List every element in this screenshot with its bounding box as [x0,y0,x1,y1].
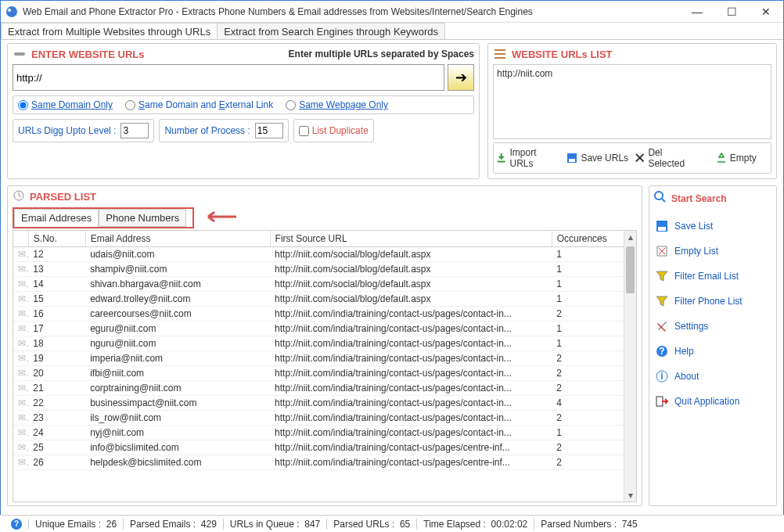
save-urls-button[interactable]: Save URLs [565,145,631,171]
cell-email: eguru@niit.com [85,322,270,336]
envelope-icon: ✉ [13,426,28,440]
svg-point-10 [655,192,663,200]
table-row[interactable]: ✉26helpdesk@bicslimited.comhttp://niit.c… [13,455,636,470]
envelope-icon: ✉ [13,455,28,470]
digg-label: URLs Digg Upto Level : [18,125,116,136]
go-button[interactable]: ➔ [448,64,474,91]
table-row[interactable]: ✉12udais@niit.comhttp://niit.com/social/… [13,247,636,262]
table-row[interactable]: ✉19imperia@niit.comhttp://niit.com/india… [13,351,636,366]
table-row[interactable]: ✉25info@bicslimited.comhttp://niit.com/i… [13,440,636,455]
list-icon [493,47,507,61]
envelope-icon: ✉ [13,336,28,351]
scroll-down-icon[interactable]: ▾ [624,489,636,501]
empty-icon [656,245,668,257]
list-duplicate-checkbox[interactable] [299,126,309,136]
maximize-button[interactable]: ☐ [714,1,749,22]
help-button[interactable]: ?Help [654,339,771,364]
settings-button[interactable]: Settings [654,314,771,339]
digg-level-input[interactable] [120,123,149,138]
results-table-wrap: S.No. Email Address First Source URL Occ… [13,230,637,502]
filter-icon [656,270,668,282]
exit-icon [656,395,668,408]
cell-sno: 13 [28,262,85,277]
radio-same-webpage[interactable]: Same Webpage Only [286,99,388,110]
about-button[interactable]: iAbout [654,364,771,389]
cell-sno: 25 [28,440,85,455]
col-sno[interactable]: S.No. [28,231,85,247]
cell-url: http://niit.com/india/training/contact-u… [270,322,552,336]
svg-rect-2 [14,52,25,56]
col-email[interactable]: Email Address [85,231,270,247]
empty-button[interactable]: Empty [703,145,770,171]
tab-email-addresses[interactable]: Email Addreses [14,209,99,227]
delete-icon [635,153,645,164]
minimize-button[interactable]: — [680,1,714,22]
scroll-thumb[interactable] [626,246,635,293]
svg-rect-18 [656,397,663,406]
table-row[interactable]: ✉21corptraining@niit.comhttp://niit.com/… [13,381,636,396]
cell-url: http://niit.com/india/training/contact-u… [270,336,552,351]
envelope-icon: ✉ [13,366,28,381]
help-status-icon[interactable]: ? [11,519,22,530]
tab-extract-keywords[interactable]: Extract from Search Engines through Keyw… [217,23,445,39]
envelope-icon: ✉ [13,351,28,366]
cell-url: http://niit.com/social/blog/default.aspx [270,262,552,277]
scrollbar[interactable]: ▴ ▾ [624,231,636,501]
tab-extract-urls[interactable]: Extract from Multiple Websites through U… [1,23,218,39]
table-row[interactable]: ✉18nguru@niit.comhttp://niit.com/india/t… [13,336,636,351]
svg-point-1 [8,9,11,12]
cell-sno: 18 [28,336,85,351]
status-elapsed-label: Time Elapsed : [423,519,486,530]
scroll-up-icon[interactable]: ▴ [624,231,636,243]
search-icon [654,191,667,206]
start-search-button[interactable]: Start Search [654,191,771,206]
table-row[interactable]: ✉15edward.trolley@niit.comhttp://niit.co… [13,292,636,307]
radio-same-external[interactable]: Same Domain and External Link [125,99,273,110]
save-list-button[interactable]: Save List [654,214,771,239]
envelope-icon: ✉ [13,411,28,426]
envelope-icon: ✉ [13,307,28,322]
cell-url: http://niit.com/india/training/contact-u… [270,366,552,381]
table-row[interactable]: ✉17eguru@niit.comhttp://niit.com/india/t… [13,322,636,336]
list-item[interactable]: http://niit.com [497,68,768,79]
table-row[interactable]: ✉13shampiv@niit.comhttp://niit.com/socia… [13,262,636,277]
svg-rect-5 [494,57,505,59]
empty-list-button[interactable]: Empty List [654,239,771,264]
svg-rect-8 [569,159,575,162]
close-button[interactable]: ✕ [749,1,783,22]
import-urls-button[interactable]: Import URLs [495,145,562,171]
status-queue-value: 847 [304,519,320,530]
table-row[interactable]: ✉24nyj@niit.comhttp://niit.com/india/tra… [13,426,636,440]
tab-phone-numbers[interactable]: Phone Numbers [99,209,186,227]
svg-rect-3 [494,49,505,51]
cell-sno: 26 [28,455,85,470]
info-icon: i [656,370,668,383]
col-url[interactable]: First Source URL [270,231,552,247]
envelope-icon: ✉ [13,247,28,262]
cell-email: careercourses@niit.com [85,307,270,322]
cell-email: info@bicslimited.com [85,440,270,455]
radio-same-domain[interactable]: Same Domain Only [18,99,113,110]
filter-phone-button[interactable]: Filter Phone List [654,289,771,314]
cell-url: http://niit.com/india/training/contact-u… [270,411,552,426]
cell-sno: 16 [28,307,85,322]
urls-list-title: WEBSITE URLs LIST [512,49,613,60]
cell-url: http://niit.com/india/training/contact-u… [270,440,552,455]
process-count-input[interactable] [255,123,283,138]
table-row[interactable]: ✉16careercourses@niit.comhttp://niit.com… [13,307,636,322]
table-row[interactable]: ✉22businessimpact@niit.comhttp://niit.co… [13,396,636,411]
cell-email: imperia@niit.com [85,351,270,366]
mode-tabs: Extract from Multiple Websites through U… [1,23,783,40]
quit-button[interactable]: Quit Application [654,389,771,414]
filter-email-button[interactable]: Filter Email List [654,264,771,289]
del-selected-button[interactable]: Del Selected [634,145,700,171]
table-row[interactable]: ✉14shivan.bhargava@niit.comhttp://niit.c… [13,277,636,292]
table-row[interactable]: ✉23ils_row@niit.comhttp://niit.com/india… [13,411,636,426]
status-parsed-emails-label: Parsed Emails : [130,519,196,530]
save-icon [566,153,577,164]
app-icon [5,5,18,18]
table-row[interactable]: ✉20ifbi@niit.comhttp://niit.com/india/tr… [13,366,636,381]
url-input[interactable] [13,64,444,91]
urls-listbox[interactable]: http://niit.com [493,64,771,139]
enter-urls-title: ENTER WEBSITE URLs [31,49,144,60]
